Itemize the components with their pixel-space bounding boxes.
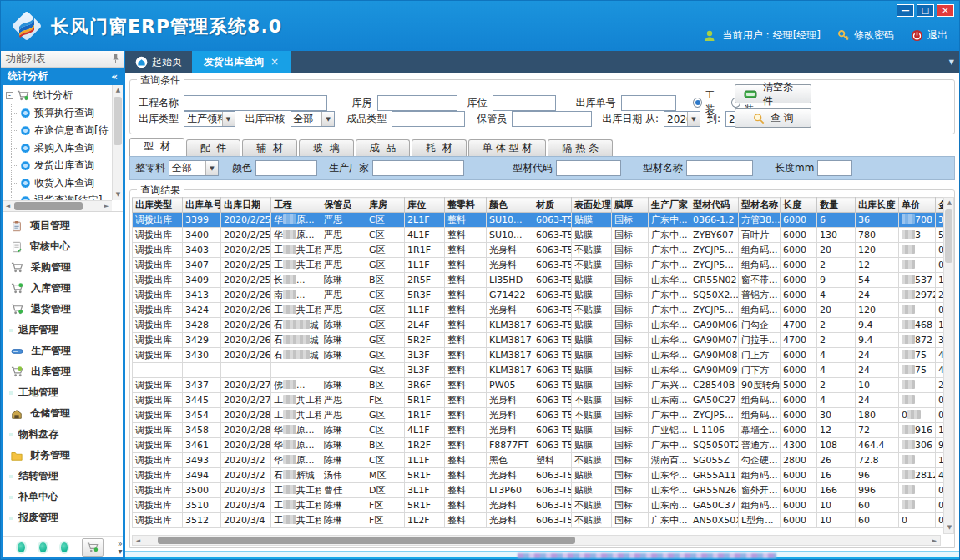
table-row[interactable]: 调拨出库34542020/2/28工共工程严思G区1R1F整料光身料6063-T…: [133, 408, 949, 423]
tree-item-收货入库查询[interactable]: 收货入库查询: [4, 174, 112, 192]
color-input[interactable]: [255, 160, 317, 176]
search-button[interactable]: 查 询: [735, 108, 811, 128]
table-row[interactable]: 调拨出库34002020/2/25华原...严思C区4L1F整料SU10...6…: [133, 228, 949, 243]
table-row[interactable]: 调拨出库34072020/2/25工共工程严思G区1L1F整料光身料6063-T…: [133, 258, 949, 273]
material-tab-单体型材[interactable]: 单 体 型 材: [468, 139, 546, 156]
tree-expander-icon[interactable]: -: [6, 92, 13, 99]
material-tab-配件[interactable]: 配 件: [186, 139, 241, 156]
column-header-材质[interactable]: 材质: [533, 198, 572, 213]
table-row[interactable]: 调拨出库34132020/2/26南...严思C区5R3F整料G71422606…: [133, 288, 949, 303]
keeper-input[interactable]: [512, 111, 592, 127]
minimize-button[interactable]: —: [897, 4, 914, 17]
column-header-型材名称[interactable]: 型材名称: [739, 198, 781, 213]
profile-code-input[interactable]: [556, 160, 621, 176]
column-header-膜厚[interactable]: 膜厚: [612, 198, 649, 213]
length-input[interactable]: [817, 160, 852, 176]
table-row[interactable]: 调拨出库34092020/2/25长...陈琳B区2R5F整料LI35HD606…: [133, 273, 949, 288]
maximize-button[interactable]: □: [917, 4, 934, 17]
column-header-库位[interactable]: 库位: [405, 198, 445, 213]
column-header-出库日期[interactable]: 出库日期: [221, 198, 271, 213]
sidebar-item-采购管理[interactable]: 采购管理: [3, 257, 123, 278]
tab-list-dropdown-icon[interactable]: ▼: [949, 58, 954, 66]
material-tab-辅材[interactable]: 辅 材: [242, 139, 297, 156]
sidebar-item-退货管理[interactable]: 退货管理: [3, 299, 123, 320]
column-header-整零料[interactable]: 整零料: [445, 198, 487, 213]
menu-overflow-button[interactable]: »▾: [118, 540, 123, 555]
sidebar-item-结转管理[interactable]: 结转管理: [3, 466, 123, 487]
column-header-出库长度[interactable]: 出库长度: [856, 198, 899, 213]
table-row[interactable]: 调拨出库35122020/3/4工共工程陈琳F区1L2F整料光身料6063-T5…: [133, 513, 949, 528]
sidebar-item-退库管理[interactable]: 退库管理: [3, 320, 123, 341]
grid-horizontal-scrollbar[interactable]: ◄ ►: [132, 535, 941, 546]
sidebar-item-补单中心[interactable]: 补单中心: [3, 487, 123, 507]
date-from-picker[interactable]: 2020/ 2/16: [664, 111, 700, 127]
pin-icon[interactable]: [112, 53, 119, 64]
table-row[interactable]: 调拨出库35002020/3/3工共工程曹佳D区3L1F整料LT3P606063…: [133, 483, 949, 498]
column-header-型材代码[interactable]: 型材代码: [690, 198, 739, 213]
column-header-工程[interactable]: 工程: [271, 198, 321, 213]
sidebar-item-入库管理[interactable]: 入库管理: [3, 278, 123, 299]
tab-close-icon[interactable]: ×: [270, 51, 279, 73]
outbound-order-no-input[interactable]: [621, 95, 676, 111]
column-header-单价[interactable]: 单价: [899, 198, 936, 213]
material-tab-成品[interactable]: 成 品: [356, 139, 411, 156]
product-type-input[interactable]: [392, 111, 465, 127]
table-row[interactable]: 调拨出库34452020/2/27工共工程严思F区5R1F整料光身料6063-T…: [133, 393, 949, 408]
column-header-出库类型[interactable]: 出库类型: [133, 198, 183, 213]
tree-root-statistics[interactable]: - 统计分析: [4, 87, 112, 104]
clear-conditions-button[interactable]: 清空条件: [735, 84, 811, 103]
outbound-type-select[interactable]: 生产领料出库: [184, 111, 235, 127]
tree-item-预算执行查询[interactable]: 预算执行查询: [4, 104, 112, 122]
section-header-statistics[interactable]: 统计分析 «: [1, 68, 124, 85]
table-row[interactable]: 调拨出库35102020/3/4工共工程陈琳F区5R1F整料光身料6063-T5…: [133, 498, 949, 513]
table-row[interactable]: 调拨出库34242020/2/26工共工程严思G区1L1F整料光身料6063-T…: [133, 303, 949, 318]
tree-item-发货出库查询[interactable]: 发货出库查询: [4, 157, 112, 174]
tree-item-退货查询[待定][interactable]: 退货查询[待定]: [4, 192, 112, 200]
quick-dot-icon[interactable]: [39, 542, 47, 552]
sidebar-item-项目管理[interactable]: 项目管理: [3, 215, 123, 236]
sidebar-item-仓储管理[interactable]: 仓储管理: [3, 403, 123, 424]
project-name-input[interactable]: [184, 95, 327, 111]
quick-dot-icon[interactable]: [61, 542, 68, 552]
table-row[interactable]: 调拨出库34942020/3/2石辉城汤伟M区5R1F整料光身料6063-T5贴…: [133, 468, 949, 483]
column-header-生产厂家[interactable]: 生产厂家: [649, 198, 690, 213]
material-tab-耗材[interactable]: 耗 材: [412, 139, 467, 156]
sidebar-item-审核中心[interactable]: 审核中心: [3, 236, 123, 257]
table-row[interactable]: 调拨出库34582020/2/28华原...陈琳C区4L1F整料光身料6063-…: [133, 423, 949, 438]
material-tab-型材[interactable]: 型 材: [129, 138, 184, 156]
column-header-颜色[interactable]: 颜色: [487, 198, 533, 213]
column-header-长度[interactable]: 长度: [781, 198, 817, 213]
tree-item-采购入库查询[interactable]: 采购入库查询: [4, 139, 112, 157]
quick-cart-button[interactable]: [82, 538, 103, 557]
sidebar-item-出库管理[interactable]: 出库管理: [3, 361, 123, 382]
table-row[interactable]: 调拨出库34372020/2/27佛...陈琳B区3R6F整料PW056063-…: [133, 378, 949, 393]
table-row[interactable]: 调拨出库34932020/3/2华原...陈琳C区1L1F整料黑色塑料不贴膜国标…: [133, 453, 949, 468]
quick-dot-icon[interactable]: [18, 542, 25, 552]
outbound-audit-select[interactable]: 全部: [291, 111, 336, 127]
table-row[interactable]: G区3L3F整料KLM38176063-T5贴膜国标山东华...GA90M09.…: [133, 363, 949, 378]
table-row[interactable]: 调拨出库34292020/2/26石城陈琳G区5R2F整料KLM38176063…: [133, 333, 949, 348]
location-input[interactable]: [493, 95, 556, 111]
collapse-icon[interactable]: «: [111, 71, 118, 83]
grid-vertical-scrollbar[interactable]: ▲ ▼: [943, 197, 954, 534]
close-button[interactable]: ✕: [937, 4, 954, 17]
material-tab-玻璃[interactable]: 玻 璃: [299, 139, 354, 156]
table-row[interactable]: 调拨出库33992020/2/25华原...严思C区2L1F整料SU10...6…: [133, 213, 949, 228]
table-row[interactable]: 调拨出库34032020/2/25工共工程严思G区1R1F整料光身料6063-T…: [133, 243, 949, 258]
profile-name-input[interactable]: [686, 160, 753, 176]
tab-home[interactable]: 起始页: [125, 51, 192, 73]
tab-shipping-outbound-query[interactable]: 发货出库查询 ×: [192, 51, 291, 73]
sidebar-item-物料盘存[interactable]: 物料盘存: [3, 424, 123, 445]
tree-item-在途信息查询[待[interactable]: 在途信息查询[待: [4, 122, 112, 139]
warehouse-input[interactable]: [377, 95, 457, 111]
tree-horizontal-scrollbar[interactable]: ◄ ►: [3, 200, 112, 211]
material-tab-隔热条[interactable]: 隔 热 条: [548, 139, 613, 156]
column-header-数量[interactable]: 数量: [817, 198, 856, 213]
column-header-出库单号[interactable]: 出库单号: [183, 198, 221, 213]
change-password-button[interactable]: 修改密码: [837, 28, 894, 43]
sidebar-item-工地管理[interactable]: 工地管理: [3, 382, 123, 403]
manufacturer-input[interactable]: [372, 160, 464, 176]
column-header-保管员[interactable]: 保管员: [321, 198, 366, 213]
tree-vertical-scrollbar[interactable]: ▲ ▼: [112, 85, 123, 200]
logout-button[interactable]: 退出: [911, 28, 947, 43]
